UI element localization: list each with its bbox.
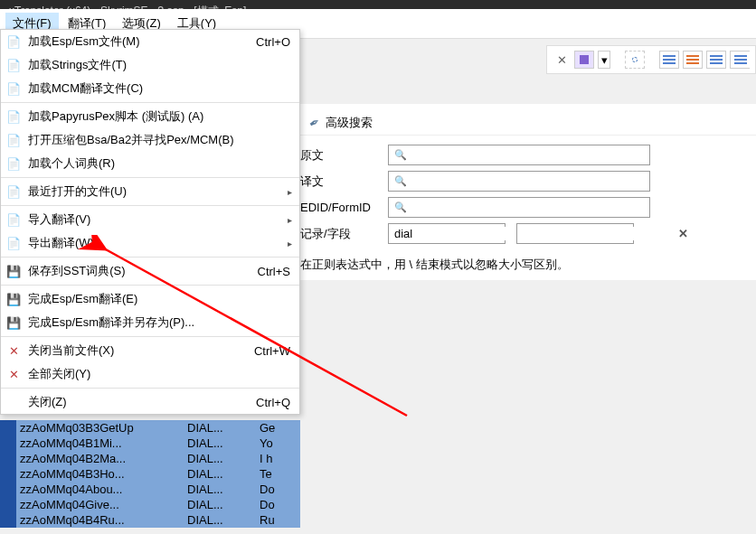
table-row[interactable]: zzAoMMq04B3Ho...DIAL...Te	[0, 466, 300, 482]
search-icon: 🔍	[394, 201, 407, 213]
tb-button-1[interactable]	[574, 51, 594, 69]
close-icon: ✕	[6, 367, 21, 381]
clear-icon[interactable]: ✕	[678, 227, 688, 240]
file-icon: 📄	[6, 156, 21, 171]
menu-finalize[interactable]: 💾 完成Esp/Esm翻译(E)	[1, 287, 299, 311]
table-rows: zzAoMMq03B3GetUpDIAL...GezzAoMMq04B1Mi..…	[0, 420, 300, 528]
table-row[interactable]: zzAoMMq04Abou...DIAL...Do	[0, 482, 300, 497]
title-bar: xTranslator (x64) - SkyrimSE - ?.esp - […	[0, 0, 756, 9]
search-panel: ✒ 高级搜索 原文 🔍 译文 🔍 EDID/FormID 🔍 记录/字段 ✕ ✕…	[300, 104, 756, 280]
table-row[interactable]: zzAoMMq03B3GetUpDIAL...Ge	[0, 420, 300, 436]
save-icon: 💾	[6, 292, 21, 306]
table-row[interactable]: zzAoMMq04B1Mi...DIAL...Yo	[0, 436, 300, 451]
save-icon: 💾	[6, 315, 21, 330]
menu-load-mcm[interactable]: 📄 加载MCM翻译文件(C)	[1, 77, 299, 100]
menu-close-all[interactable]: ✕ 全部关闭(Y)	[1, 362, 299, 386]
tb-view-blue3[interactable]	[730, 51, 750, 69]
tb-view-orange[interactable]	[683, 51, 703, 69]
input-translation[interactable]: 🔍	[388, 171, 650, 192]
search-title: 高级搜索	[326, 115, 373, 131]
menu-load-esp[interactable]: 📄 加载Esp/Esm文件(M) Ctrl+O	[1, 30, 299, 53]
menu-load-strings[interactable]: 📄 加载Strings文件(T)	[1, 53, 299, 77]
tb-button-dropdown[interactable]: ▾	[598, 51, 610, 69]
label-record: 记录/字段	[300, 226, 377, 242]
feather-icon: ✒	[307, 114, 323, 132]
table-row[interactable]: zzAoMMq04Give...DIAL...Do	[0, 497, 300, 512]
menu-finalize-as[interactable]: 💾 完成Esp/Esm翻译并另存为(P)...	[1, 311, 299, 334]
menu-open-bsa[interactable]: 📄 打开压缩包Bsa/Ba2并寻找Pex/MCM(B)	[1, 128, 299, 152]
menu-export[interactable]: 📄 导出翻译(W)	[1, 231, 299, 255]
table-row[interactable]: zzAoMMq04B4Ru...DIAL...Ru	[0, 512, 300, 528]
file-icon: 📄	[6, 58, 21, 72]
label-edid: EDID/FormID	[300, 201, 377, 214]
menu-save-sst[interactable]: 💾 保存到SST词典(S) Ctrl+S	[1, 259, 299, 283]
file-dropdown: 📄 加载Esp/Esm文件(M) Ctrl+O 📄 加载Strings文件(T)…	[0, 29, 300, 415]
close-icon: ✕	[6, 343, 21, 358]
tb-view-blue2[interactable]	[706, 51, 726, 69]
search-icon: 🔍	[394, 149, 407, 161]
file-icon: 📄	[6, 212, 21, 227]
menu-close-current[interactable]: ✕ 关闭当前文件(X) Ctrl+W	[1, 339, 299, 362]
label-translation: 译文	[300, 173, 377, 190]
input-record-2[interactable]: ✕	[516, 223, 634, 244]
save-icon: 💾	[6, 264, 21, 278]
regex-note: 在正则表达式中，用 \ 结束模式以忽略大小写区别。	[300, 257, 756, 273]
menu-load-dict[interactable]: 📄 加载个人词典(R)	[1, 152, 299, 175]
input-original[interactable]: 🔍	[388, 145, 650, 165]
tb-button-target[interactable]	[625, 51, 645, 69]
label-original: 原文	[300, 147, 377, 164]
file-icon: 📄	[6, 81, 21, 96]
menu-recent[interactable]: 📄 最近打开的文件(U)	[1, 180, 299, 203]
menu-import[interactable]: 📄 导入翻译(V)	[1, 208, 299, 231]
file-icon: 📄	[6, 184, 21, 199]
file-icon: 📄	[6, 34, 21, 49]
file-icon: 📄	[6, 133, 21, 147]
file-icon: 📄	[6, 236, 21, 250]
input-record[interactable]: ✕	[388, 223, 506, 244]
table-row[interactable]: zzAoMMq04B2Ma...DIAL...I h	[0, 451, 300, 466]
close-icon[interactable]: ✕	[553, 51, 571, 69]
menu-load-papyrus[interactable]: 📄 加载PapyrusPex脚本 (测试版) (A)	[1, 105, 299, 128]
toolbar: ✕ ▾	[546, 45, 756, 74]
menu-close[interactable]: 关闭(Z) Ctrl+Q	[1, 390, 299, 414]
file-icon: 📄	[6, 109, 21, 124]
tb-view-blue[interactable]	[659, 51, 679, 69]
input-edid[interactable]: 🔍	[388, 197, 650, 218]
search-icon: 🔍	[394, 175, 407, 187]
